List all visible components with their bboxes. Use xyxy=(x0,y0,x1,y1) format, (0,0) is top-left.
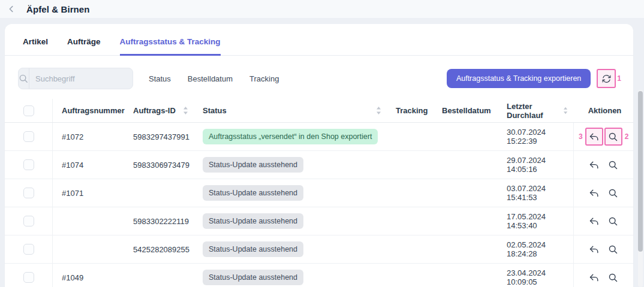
toolbar: Status Bestelldatum Tracking Auftragssta… xyxy=(5,56,633,99)
annotation-label-refresh: 1 xyxy=(616,74,622,83)
table-row: #1071 Status-Update ausstehend 03.07.202… xyxy=(5,179,633,207)
undo-icon xyxy=(588,188,600,199)
auftragsnummer-cell: #1049 xyxy=(53,264,124,287)
status-badge: Status-Update ausstehend xyxy=(203,270,303,285)
auftragsnummer-cell xyxy=(53,235,124,263)
aktionen-cell xyxy=(573,235,633,263)
aktionen-cell xyxy=(573,179,633,207)
undo-export-button[interactable] xyxy=(585,184,603,202)
undo-export-button[interactable] xyxy=(585,156,603,174)
undo-export-button[interactable] xyxy=(585,268,603,286)
scrollbar[interactable] xyxy=(638,90,643,287)
sort-icon[interactable] xyxy=(491,107,492,114)
row-checkbox-cell xyxy=(5,179,53,207)
row-checkbox-cell xyxy=(5,264,53,287)
undo-icon xyxy=(588,216,600,227)
details-button[interactable] xyxy=(604,240,622,258)
auftragsnummer-cell: #1074 xyxy=(53,151,124,179)
table-row: 5425282089255 Status-Update ausstehend 0… xyxy=(5,235,633,264)
status-cell: Status-Update ausstehend xyxy=(194,151,387,179)
undo-export-button[interactable] xyxy=(585,212,603,230)
bestelldatum-cell xyxy=(433,235,498,263)
status-badge: Auftragsstatus „versendet“ in den Shop e… xyxy=(203,129,378,144)
undo-icon xyxy=(588,244,600,255)
status-badge: Status-Update ausstehend xyxy=(203,185,303,201)
tracking-cell xyxy=(387,235,433,263)
row-checkbox[interactable] xyxy=(23,272,34,283)
column-header-letzter-durchlauf[interactable]: Letzter Durchlauf xyxy=(498,99,573,122)
letzter-durchlauf-cell: 29.07.2024 14:05:16 xyxy=(498,151,573,179)
tracking-cell xyxy=(387,264,433,287)
auftragsnummer-cell: #1071 xyxy=(53,179,124,207)
filter-group: Status Bestelldatum Tracking xyxy=(149,74,279,83)
table-row: #1074 5983306973479 Status-Update ausste… xyxy=(5,151,633,179)
status-badge: Status-Update ausstehend xyxy=(203,157,303,173)
aktionen-cell xyxy=(573,264,633,287)
tracking-cell xyxy=(387,179,433,207)
filter-bestelldatum[interactable]: Bestelldatum xyxy=(188,74,233,83)
table-header-row: Auftragsnummer Auftrags-ID Status Tracki… xyxy=(5,99,633,123)
tracking-cell xyxy=(387,207,433,235)
bestelldatum-cell xyxy=(433,151,498,179)
annotation-label-undo: 3 xyxy=(577,132,584,141)
auftrags-id-cell: 5983297437991 xyxy=(124,123,194,150)
refresh-button[interactable] xyxy=(597,69,616,88)
status-cell: Status-Update ausstehend xyxy=(194,264,387,287)
details-button[interactable] xyxy=(604,156,622,174)
tab-auftragsstatus-tracking[interactable]: Auftragsstatus & Tracking xyxy=(120,37,221,56)
status-badge: Status-Update ausstehend xyxy=(203,241,303,257)
auftrags-id-cell xyxy=(124,179,194,207)
row-checkbox-cell xyxy=(5,235,53,263)
row-checkbox[interactable] xyxy=(23,244,34,255)
filter-tracking[interactable]: Tracking xyxy=(249,74,279,83)
sort-icon[interactable] xyxy=(183,107,188,114)
back-chevron-icon[interactable] xyxy=(6,4,17,14)
tracking-cell xyxy=(387,151,433,179)
bestelldatum-cell xyxy=(433,123,498,150)
details-button[interactable] xyxy=(604,268,622,286)
status-badge: Status-Update ausstehend xyxy=(203,213,303,229)
undo-export-button[interactable] xyxy=(585,128,603,146)
sort-icon[interactable] xyxy=(377,107,381,114)
magnifier-icon xyxy=(607,131,619,143)
details-button[interactable] xyxy=(604,184,622,202)
row-checkbox[interactable] xyxy=(23,131,34,142)
auftrags-id-cell xyxy=(124,264,194,287)
refresh-wrap: 1 xyxy=(597,69,622,88)
magnifier-icon xyxy=(607,188,619,199)
filter-status[interactable]: Status xyxy=(149,74,171,83)
column-header-status[interactable]: Status xyxy=(194,99,387,122)
row-checkbox-cell xyxy=(5,151,53,179)
scrollbar-thumb[interactable] xyxy=(638,91,643,252)
select-all-checkbox[interactable] xyxy=(23,105,34,116)
undo-icon xyxy=(588,159,600,171)
search-input[interactable] xyxy=(29,74,133,83)
details-button[interactable] xyxy=(604,212,622,230)
export-button[interactable]: Auftragsstatus & Tracking exportieren xyxy=(447,69,591,88)
aktionen-cell xyxy=(573,151,633,179)
status-cell: Status-Update ausstehend xyxy=(194,235,387,263)
letzter-durchlauf-cell: 03.07.2024 15:41:53 xyxy=(498,179,573,207)
column-header-bestelldatum[interactable]: Bestelldatum xyxy=(433,99,498,122)
column-header-auftrags-id[interactable]: Auftrags-ID xyxy=(124,99,194,122)
undo-export-button[interactable] xyxy=(585,240,603,258)
row-checkbox[interactable] xyxy=(23,216,34,226)
bestelldatum-cell xyxy=(433,179,498,207)
tab-bar: Artikel Aufträge Auftragsstatus & Tracki… xyxy=(5,24,633,56)
details-button[interactable] xyxy=(604,128,622,146)
toolbar-right: Auftragsstatus & Tracking exportieren 1 xyxy=(447,69,622,88)
row-checkbox-cell xyxy=(5,207,53,235)
sort-icon[interactable] xyxy=(564,107,567,114)
row-checkbox[interactable] xyxy=(23,159,34,170)
status-cell: Status-Update ausstehend xyxy=(194,207,387,235)
column-header-tracking[interactable]: Tracking xyxy=(387,99,433,122)
bestelldatum-cell xyxy=(433,264,498,287)
annotation-label-details: 2 xyxy=(624,132,630,141)
tab-artikel[interactable]: Artikel xyxy=(23,37,48,56)
tab-auftraege[interactable]: Aufträge xyxy=(67,37,101,56)
letzter-durchlauf-cell: 17.05.2024 14:53:40 xyxy=(498,207,573,235)
row-checkbox[interactable] xyxy=(23,188,34,198)
bestelldatum-cell xyxy=(433,207,498,235)
table-row: #1072 5983297437991 Auftragsstatus „vers… xyxy=(5,123,633,151)
column-header-auftragsnummer[interactable]: Auftragsnummer xyxy=(53,99,124,122)
